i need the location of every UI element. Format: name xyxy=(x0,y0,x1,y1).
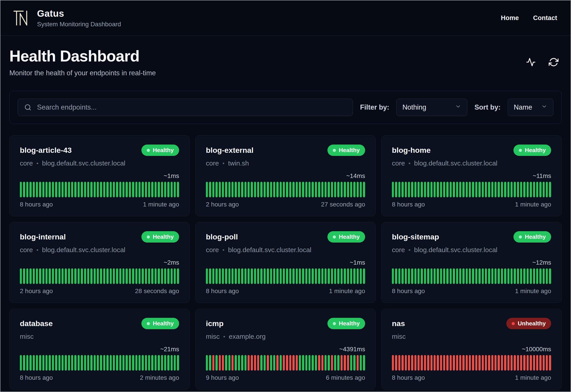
bar-failure xyxy=(427,355,429,371)
bar-success xyxy=(209,355,211,371)
endpoint-card[interactable]: blog-internal Healthy core • blog.defaul… xyxy=(9,222,190,303)
bar-failure xyxy=(254,355,256,371)
meta-separator: • xyxy=(222,247,224,253)
bar-success xyxy=(119,355,121,371)
status-label: Healthy xyxy=(525,233,546,240)
bar-success xyxy=(90,355,92,371)
bar-success xyxy=(129,268,131,284)
bar-success xyxy=(39,182,41,197)
bar-success xyxy=(418,268,420,284)
bar-success xyxy=(132,182,134,197)
bar-success xyxy=(49,268,51,284)
endpoint-card[interactable]: blog-sitemap Healthy core • blog.default… xyxy=(381,222,562,303)
bar-success xyxy=(161,182,163,197)
bar-failure xyxy=(520,355,522,371)
bar-success xyxy=(26,355,28,371)
bar-success xyxy=(292,268,294,284)
endpoint-card[interactable]: icmp Healthy misc • example.org ~4391ms … xyxy=(195,309,376,390)
time-start: 8 hours ago xyxy=(392,374,425,381)
endpoint-card[interactable]: blog-external Healthy core • twin.sh ~14… xyxy=(195,135,376,216)
uptime-bars xyxy=(392,355,551,371)
bar-success xyxy=(392,182,394,197)
bar-success xyxy=(100,268,102,284)
bar-success xyxy=(49,182,51,197)
latency-value: ~11ms xyxy=(392,172,551,180)
activity-icon-button[interactable] xyxy=(526,57,536,67)
endpoint-card[interactable]: nas Unhealthy misc • ~10000ms 8 hours ag… xyxy=(381,309,562,390)
bar-success xyxy=(450,268,452,284)
bar-failure xyxy=(357,355,359,371)
bar-success xyxy=(68,355,70,371)
bar-success xyxy=(280,182,282,197)
time-range: 2 hours ago 28 seconds ago xyxy=(20,288,179,295)
bar-success xyxy=(94,268,96,284)
bar-success xyxy=(466,268,468,284)
bar-success xyxy=(23,268,25,284)
bar-success xyxy=(286,268,288,284)
bar-success xyxy=(466,182,468,197)
bar-success xyxy=(527,268,529,284)
bar-success xyxy=(222,182,224,197)
main-nav: Home Contact xyxy=(501,14,557,22)
bar-success xyxy=(495,182,496,197)
bar-success xyxy=(491,182,493,197)
bar-success xyxy=(65,355,67,371)
bar-success xyxy=(238,355,240,371)
bar-success xyxy=(222,268,224,284)
endpoint-card[interactable]: database Healthy misc • ~21ms 8 hours ag… xyxy=(9,309,190,390)
uptime-bars xyxy=(20,355,179,371)
bar-success xyxy=(318,268,320,284)
bar-success xyxy=(292,182,294,197)
nav-contact[interactable]: Contact xyxy=(533,14,557,22)
bar-success xyxy=(215,355,217,371)
bar-success xyxy=(273,182,275,197)
status-label: Unhealthy xyxy=(518,320,546,327)
search-input[interactable] xyxy=(18,99,353,116)
bar-success xyxy=(235,268,237,284)
bar-failure xyxy=(347,355,349,371)
bar-success xyxy=(536,268,538,284)
bar-success xyxy=(135,182,137,197)
bar-success xyxy=(87,355,89,371)
nav-home[interactable]: Home xyxy=(501,14,519,22)
endpoint-card[interactable]: blog-home Healthy core • blog.default.sv… xyxy=(381,135,562,216)
bar-failure xyxy=(331,355,333,371)
bar-success xyxy=(431,182,433,197)
bar-success xyxy=(78,182,80,197)
bar-success xyxy=(325,182,327,197)
bar-success xyxy=(100,182,102,197)
bar-success xyxy=(248,182,250,197)
endpoint-card[interactable]: blog-poll Healthy core • blog.default.sv… xyxy=(195,222,376,303)
bar-success xyxy=(167,268,169,284)
time-start: 9 hours ago xyxy=(206,374,239,381)
time-end: 1 minute ago xyxy=(329,288,365,295)
bar-success xyxy=(363,268,365,284)
refresh-icon-button[interactable] xyxy=(549,57,558,67)
bar-success xyxy=(126,355,128,371)
sort-select[interactable]: Name xyxy=(508,99,553,116)
bar-success xyxy=(84,355,86,371)
bar-failure xyxy=(446,355,448,371)
bar-success xyxy=(308,182,311,197)
filter-select[interactable]: Nothing xyxy=(396,99,467,116)
bar-success xyxy=(514,268,516,284)
bar-success xyxy=(408,268,410,284)
bar-success xyxy=(270,355,272,371)
brand[interactable]: Gatus System Monitoring Dashboard xyxy=(13,8,121,28)
bar-success xyxy=(341,268,343,284)
bar-success xyxy=(219,182,221,197)
bar-success xyxy=(110,268,112,284)
bar-success xyxy=(344,182,346,197)
head-actions xyxy=(526,57,558,67)
brand-logo-icon xyxy=(13,9,30,27)
bar-success xyxy=(398,182,400,197)
bar-failure xyxy=(530,355,532,371)
bar-failure xyxy=(286,355,288,371)
time-range: 8 hours ago 2 minutes ago xyxy=(20,374,179,381)
endpoint-card[interactable]: blog-article-43 Healthy core • blog.defa… xyxy=(9,135,190,216)
page-head-text: Health Dashboard Monitor the health of y… xyxy=(9,47,156,77)
bar-success xyxy=(485,268,487,284)
bar-success xyxy=(171,268,173,284)
bar-failure xyxy=(539,355,541,371)
bar-failure xyxy=(257,355,259,371)
